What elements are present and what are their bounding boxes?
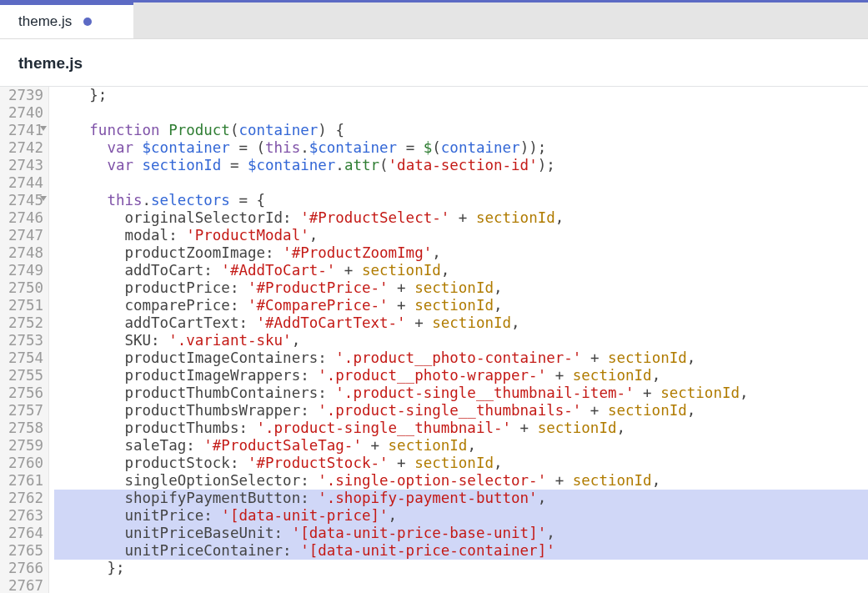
code-token: singleOptionSelector xyxy=(124,472,300,489)
code-token: : xyxy=(230,455,248,471)
line-number[interactable]: 2746 xyxy=(8,209,43,227)
breadcrumb-file: theme.js xyxy=(18,54,83,72)
line-number[interactable]: 2740 xyxy=(8,104,43,122)
code-token: sectionId xyxy=(573,367,652,384)
code-token: . xyxy=(143,192,152,209)
code-line[interactable]: comparePrice: '#ComparePrice-' + section… xyxy=(54,297,868,314)
code-line[interactable]: addToCartText: '#AddToCartText-' + secti… xyxy=(54,314,868,332)
code-token: : xyxy=(300,367,318,384)
code-token: var xyxy=(107,157,133,173)
code-token: { xyxy=(327,122,344,138)
code-token: : xyxy=(300,490,318,506)
line-number[interactable]: 2754 xyxy=(8,349,43,367)
code-token: : xyxy=(203,262,221,279)
code-content[interactable]: }; function Product(container) { var $co… xyxy=(49,87,868,593)
code-token: + xyxy=(635,384,661,401)
line-number[interactable]: 2759 xyxy=(8,437,43,455)
code-token: : xyxy=(318,349,335,366)
line-number[interactable]: 2748 xyxy=(8,244,43,262)
code-line[interactable]: function Product(container) { xyxy=(54,122,868,139)
breadcrumb[interactable]: theme.js xyxy=(0,39,868,87)
code-line[interactable]: productPrice: '#ProductPrice-' + section… xyxy=(54,279,868,297)
code-token: '#ProductZoomImg' xyxy=(283,244,432,261)
line-number[interactable]: 2753 xyxy=(8,332,43,349)
code-token: sectionId xyxy=(573,472,652,489)
line-number[interactable]: 2750 xyxy=(8,279,43,297)
line-number[interactable]: 2743 xyxy=(8,157,43,174)
line-number[interactable]: 2741 xyxy=(8,122,43,139)
code-line[interactable]: unitPriceContainer: '[data-unit-price-co… xyxy=(54,542,868,560)
code-token: unitPriceBaseUnit xyxy=(124,525,273,541)
code-line[interactable]: productStock: '#ProductStock-' + section… xyxy=(54,455,868,472)
code-token: : xyxy=(318,384,335,401)
code-line[interactable]: unitPriceBaseUnit: '[data-unit-price-bas… xyxy=(54,525,868,542)
code-line[interactable]: var sectionId = $container.attr('data-se… xyxy=(54,157,868,174)
code-line[interactable]: }; xyxy=(54,560,868,577)
code-token: '#AddToCart-' xyxy=(221,262,335,279)
code-line[interactable]: shopifyPaymentButton: '.shopify-payment-… xyxy=(54,490,868,507)
code-line[interactable] xyxy=(54,174,868,192)
code-line[interactable] xyxy=(54,577,868,593)
tab-theme-js[interactable]: theme.js xyxy=(0,3,133,38)
line-number[interactable]: 2749 xyxy=(8,262,43,279)
code-token: sectionId xyxy=(608,402,687,419)
line-number[interactable]: 2751 xyxy=(8,297,43,314)
code-line[interactable]: }; xyxy=(54,87,868,104)
line-number[interactable]: 2757 xyxy=(8,402,43,420)
code-line[interactable]: productThumbsWrapper: '.product-single__… xyxy=(54,402,868,420)
code-token: '.product-single__thumbnails-' xyxy=(318,402,581,419)
code-line[interactable]: productZoomImage: '#ProductZoomImg', xyxy=(54,244,868,262)
code-editor[interactable]: 2739274027412742274327442745274627472748… xyxy=(0,87,868,593)
code-token: function xyxy=(89,122,159,138)
line-number[interactable]: 2758 xyxy=(8,420,43,437)
line-number[interactable]: 2763 xyxy=(8,507,43,525)
code-token: , xyxy=(389,507,398,524)
code-token: this xyxy=(265,139,300,156)
code-token: sectionId xyxy=(389,437,468,454)
line-number[interactable]: 2764 xyxy=(8,525,43,542)
code-token: sectionId xyxy=(660,384,740,401)
line-number[interactable]: 2766 xyxy=(8,560,43,577)
code-token: addToCart xyxy=(124,262,203,279)
code-line[interactable]: addToCart: '#AddToCart-' + sectionId, xyxy=(54,262,868,279)
code-token: + xyxy=(449,209,476,226)
code-line[interactable]: saleTag: '#ProductSaleTag-' + sectionId, xyxy=(54,437,868,455)
line-number[interactable]: 2765 xyxy=(8,542,43,560)
code-token: : xyxy=(300,472,318,489)
code-line[interactable] xyxy=(54,104,868,122)
line-number[interactable]: 2745 xyxy=(8,192,43,209)
code-token: sectionId xyxy=(608,349,687,366)
code-token: )); xyxy=(520,139,547,156)
line-number[interactable]: 2742 xyxy=(8,139,43,157)
line-number[interactable]: 2761 xyxy=(8,472,43,490)
code-line[interactable]: this.selectors = { xyxy=(54,192,868,209)
code-line[interactable]: productThumbContainers: '.product-single… xyxy=(54,384,868,402)
fold-icon[interactable] xyxy=(40,126,47,131)
line-number[interactable]: 2760 xyxy=(8,455,43,472)
code-token: '[data-unit-price]' xyxy=(221,507,388,524)
line-number[interactable]: 2755 xyxy=(8,367,43,384)
code-token: + xyxy=(546,367,573,384)
line-number[interactable]: 2739 xyxy=(8,87,43,104)
line-number[interactable]: 2752 xyxy=(8,314,43,332)
line-number[interactable]: 2744 xyxy=(8,174,43,192)
code-token: ( xyxy=(230,122,239,138)
line-number[interactable]: 2747 xyxy=(8,227,43,244)
code-line[interactable]: productImageContainers: '.product__photo… xyxy=(54,349,868,367)
line-number[interactable]: 2762 xyxy=(8,490,43,507)
code-line[interactable]: productThumbs: '.product-single__thumbna… xyxy=(54,420,868,437)
code-line[interactable]: var $container = (this.$container = $(co… xyxy=(54,139,868,157)
fold-icon[interactable] xyxy=(40,196,47,201)
code-line[interactable]: modal: 'ProductModal', xyxy=(54,227,868,244)
code-token: + xyxy=(389,279,415,296)
code-line[interactable]: originalSelectorId: '#ProductSelect-' + … xyxy=(54,209,868,227)
code-line[interactable]: singleOptionSelector: '.single-option-se… xyxy=(54,472,868,490)
code-token xyxy=(133,139,143,156)
line-number-gutter[interactable]: 2739274027412742274327442745274627472748… xyxy=(0,87,49,593)
code-line[interactable]: SKU: '.variant-sku', xyxy=(54,332,868,349)
code-line[interactable]: unitPrice: '[data-unit-price]', xyxy=(54,507,868,525)
code-token: }; xyxy=(89,87,107,103)
line-number[interactable]: 2756 xyxy=(8,384,43,402)
code-line[interactable]: productImageWrappers: '.product__photo-w… xyxy=(54,367,868,384)
line-number[interactable]: 2767 xyxy=(8,577,43,593)
